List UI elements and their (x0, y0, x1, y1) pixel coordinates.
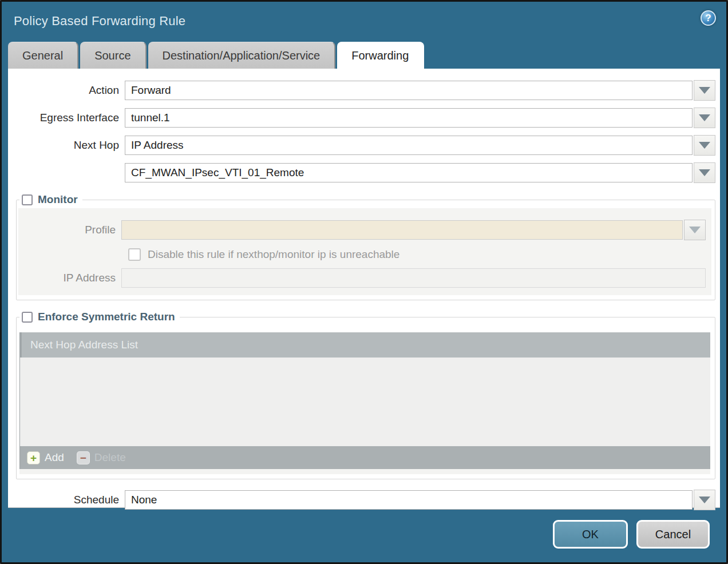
disable-rule-label: Disable this rule if nexthop/monitor ip … (148, 248, 399, 261)
monitor-group: Monitor Profile Disable this rule if nex… (16, 193, 715, 300)
next-hop-row: Next Hop IP Address (16, 135, 715, 156)
ok-button[interactable]: OK (553, 520, 628, 549)
monitor-panel: Profile Disable this rule if nexthop/mon… (18, 208, 711, 295)
dialog-footer: OK Cancel (2, 506, 726, 562)
profile-label: Profile (18, 224, 121, 236)
cancel-button[interactable]: Cancel (636, 520, 710, 549)
schedule-label: Schedule (16, 494, 125, 506)
minus-icon: − (77, 451, 90, 464)
next-hop-address-dropdown-button[interactable] (694, 162, 715, 183)
egress-interface-row: Egress Interface tunnel.1 (16, 108, 715, 128)
enforce-symmetric-return-checkbox[interactable] (22, 312, 33, 323)
enforce-symmetric-return-legend-label: Enforce Symmetric Return (38, 311, 175, 323)
tab-general[interactable]: General (8, 42, 78, 69)
disable-rule-row: Disable this rule if nexthop/monitor ip … (128, 248, 706, 261)
monitor-legend-label: Monitor (38, 193, 78, 206)
next-hop-label: Next Hop (16, 139, 125, 152)
action-dropdown-button[interactable] (694, 80, 715, 101)
chevron-down-icon (699, 142, 710, 149)
next-hop-address-list-toolbar: + Add − Delete (20, 446, 710, 469)
next-hop-address-select[interactable]: CF_MWAN_IPsec_VTI_01_Remote (125, 163, 693, 182)
dialog-title: Policy Based Forwarding Rule (14, 14, 185, 29)
enforce-symmetric-return-group: Enforce Symmetric Return Next Hop Addres… (16, 311, 715, 479)
action-select[interactable]: Forward (125, 81, 693, 100)
next-hop-address-list-table: Next Hop Address List + Add − Delete (19, 332, 710, 469)
tab-source[interactable]: Source (80, 42, 146, 69)
profile-dropdown-button (684, 220, 706, 240)
monitor-ip-address-label: IP Address (18, 272, 121, 284)
delete-button-label: Delete (94, 451, 126, 464)
tab-forwarding[interactable]: Forwarding (337, 42, 424, 69)
action-label: Action (16, 84, 125, 97)
next-hop-dropdown-button[interactable] (694, 135, 715, 156)
tab-strip: General Source Destination/Application/S… (8, 42, 726, 69)
monitor-ip-address-input (121, 268, 706, 288)
chevron-down-icon (699, 114, 710, 121)
action-row: Action Forward (16, 80, 715, 101)
tab-destination-application-service[interactable]: Destination/Application/Service (148, 42, 336, 69)
add-button[interactable]: + Add (27, 451, 64, 464)
dialog-titlebar: Policy Based Forwarding Rule ? (2, 2, 726, 40)
help-icon[interactable]: ? (701, 10, 716, 26)
add-button-label: Add (45, 451, 64, 464)
profile-select (121, 220, 683, 240)
monitor-legend: Monitor (19, 193, 82, 206)
plus-icon: + (27, 451, 40, 464)
egress-interface-dropdown-button[interactable] (694, 108, 715, 128)
chevron-down-icon (699, 169, 710, 176)
forwarding-tab-panel: Action Forward Egress Interface tunnel.1… (8, 69, 720, 508)
table-underlay (19, 469, 710, 474)
chevron-down-icon (699, 497, 710, 503)
next-hop-address-list-body[interactable] (20, 358, 710, 446)
policy-based-forwarding-dialog: Policy Based Forwarding Rule ? General S… (0, 0, 728, 564)
disable-rule-checkbox (128, 248, 141, 261)
next-hop-address-list-header: Next Hop Address List (20, 332, 710, 358)
enforce-symmetric-return-legend: Enforce Symmetric Return (19, 311, 180, 323)
next-hop-address-row: CF_MWAN_IPsec_VTI_01_Remote (16, 162, 715, 183)
delete-button: − Delete (77, 451, 126, 464)
chevron-down-icon (699, 87, 710, 94)
monitor-ip-address-row: IP Address (18, 268, 706, 288)
chevron-down-icon (689, 227, 701, 233)
profile-row: Profile (18, 220, 706, 240)
egress-interface-select[interactable]: tunnel.1 (125, 108, 693, 128)
next-hop-select[interactable]: IP Address (125, 136, 693, 155)
egress-interface-label: Egress Interface (16, 112, 125, 124)
monitor-checkbox[interactable] (22, 194, 33, 205)
